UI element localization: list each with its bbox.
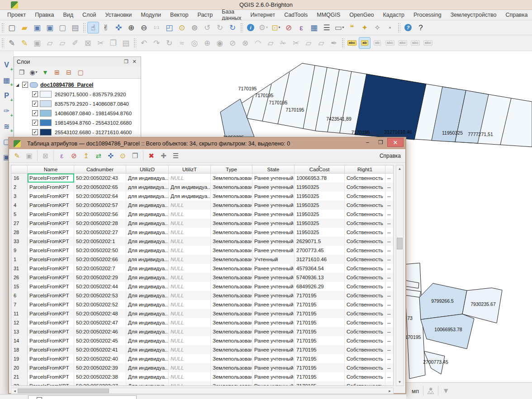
cell-x[interactable]: -- <box>385 291 394 300</box>
menu-item-6[interactable]: Модули <box>136 10 166 19</box>
cell-name[interactable]: ParcelsFromKPT <box>28 210 74 219</box>
close-button[interactable]: ✕ <box>387 138 404 147</box>
zoom-to-selected-icon[interactable]: ⊙ <box>117 150 128 161</box>
delete-column-icon[interactable]: ✖ <box>146 150 157 161</box>
new-project-icon[interactable]: ▢ <box>6 22 18 33</box>
row-number[interactable]: 9 <box>11 246 28 255</box>
copy-selected-rows-icon[interactable]: ❐ <box>129 150 141 161</box>
zoom-next-icon[interactable]: ↻ <box>214 22 226 33</box>
toolbar-grip[interactable] <box>342 38 344 48</box>
menu-item-16[interactable]: Землеустройство <box>446 10 501 19</box>
cell-cost[interactable]: 11950325 <box>294 183 345 192</box>
menu-item-10[interactable]: Интернет <box>246 10 280 19</box>
expand-all-icon[interactable]: ⊞ <box>52 67 62 77</box>
column-header-State[interactable]: State <box>252 165 294 173</box>
cell-x[interactable]: -- <box>385 210 394 219</box>
fill-ring-icon[interactable]: ◉ <box>214 37 226 49</box>
cell-ud[interactable]: Для индивидуа... <box>126 219 169 228</box>
cell-x[interactable]: -- <box>385 219 394 228</box>
measure-icon-dropdown[interactable]: ▾ <box>342 26 344 29</box>
add-mssql-layer-icon[interactable]: ≋+ <box>1 121 13 132</box>
cell-name[interactable]: ParcelsFromKPT <box>28 273 74 282</box>
cell-cost[interactable]: 7170195 <box>294 318 345 327</box>
cell-ty[interactable]: Землепользован... <box>211 192 252 201</box>
cell-ud[interactable]: Для индивидуа... <box>126 354 169 363</box>
horizontal-scrollbar[interactable]: ◂ ▸ <box>11 388 394 394</box>
cell-x[interactable]: -- <box>385 354 394 363</box>
cell-ut[interactable]: NULL <box>169 201 211 210</box>
cell-x[interactable]: -- <box>385 282 394 291</box>
row-number[interactable]: 11 <box>11 309 28 318</box>
class-checkbox[interactable]: ✓ <box>32 120 38 126</box>
cell-st[interactable]: Ранее учтенный <box>252 354 294 363</box>
row-number[interactable]: 4 <box>11 201 28 210</box>
cell-x[interactable]: -- <box>385 327 394 336</box>
vertical-scrollbar[interactable]: ▲ ▼ <box>396 165 404 386</box>
cell-r1[interactable]: Собственность <box>345 237 385 246</box>
horizontal-scroll-thumb[interactable] <box>18 389 109 393</box>
cell-cad[interactable]: 50:20:0050202:27 <box>74 228 126 237</box>
cell-ud[interactable]: Для индивидуа... <box>126 291 169 300</box>
cell-r1[interactable]: Собственность <box>345 282 385 291</box>
row-number[interactable]: 14 <box>11 336 28 345</box>
cell-ty[interactable]: Землепользован... <box>211 273 252 282</box>
move-feature-icon[interactable]: ▱ <box>57 37 68 49</box>
cell-st[interactable]: Ранее учтенный <box>252 273 294 282</box>
cell-x[interactable]: -- <box>385 363 394 372</box>
cell-ut[interactable]: Для индивидуа... <box>169 192 211 201</box>
cell-ut[interactable]: NULL <box>169 273 211 282</box>
cell-x[interactable]: -- <box>385 372 394 381</box>
select-features-icon[interactable]: ⊡▾ <box>270 22 282 33</box>
cell-ut[interactable]: NULL <box>169 336 211 345</box>
cell-cad[interactable]: 50:20:0050202:56 <box>74 210 126 219</box>
pan-map-icon[interactable]: ✌ <box>100 22 112 33</box>
cell-ty[interactable]: Землепользован... <box>211 183 252 192</box>
cell-name[interactable]: ParcelsFromKPT <box>28 192 74 201</box>
column-header-UtilizT[interactable]: UtilizT <box>169 165 211 173</box>
cell-name[interactable]: ParcelsFromKPT <box>28 363 74 372</box>
cell-x[interactable]: -- <box>385 228 394 237</box>
cell-ud[interactable]: для индивидуа... <box>126 183 169 192</box>
cell-ty[interactable]: Землепользован... <box>211 345 252 354</box>
rotate-feature-icon[interactable]: ↻ <box>163 37 175 49</box>
cell-cad[interactable]: 50:20:0050202:65 <box>74 183 126 192</box>
open-attribute-table-icon[interactable]: ▦ <box>308 22 320 33</box>
current-edits-icon[interactable]: ✎ <box>6 37 18 49</box>
cell-st[interactable]: Ранее учтенный <box>252 228 294 237</box>
class-checkbox[interactable]: ✓ <box>32 129 38 135</box>
merge-features-icon[interactable]: ▱ <box>303 37 314 49</box>
cell-st[interactable]: Ранее учтенный <box>252 282 294 291</box>
cell-ty[interactable]: Землепользован... <box>211 291 252 300</box>
cell-r1[interactable]: Собственность <box>345 192 385 201</box>
cell-cost[interactable]: 31271610.46 <box>294 255 345 264</box>
cell-ut[interactable]: NULL <box>169 309 211 318</box>
cell-ty[interactable]: Землепользован... <box>211 354 252 363</box>
cell-cost[interactable]: 4579364.54 <box>294 264 345 273</box>
cell-cost[interactable]: 7170195 <box>294 345 345 354</box>
cell-r1[interactable]: Собственность <box>345 345 385 354</box>
delete-ring-icon[interactable]: ⊘ <box>227 37 238 49</box>
cell-cad[interactable]: 50:20:0050202:43 <box>74 174 126 183</box>
cell-name[interactable]: ParcelsFromKPT <box>28 264 74 273</box>
refresh-icon[interactable]: ↻ <box>227 22 238 33</box>
cell-name[interactable]: ParcelsFromKPT <box>28 201 74 210</box>
cell-ty[interactable]: Землепользован... <box>211 201 252 210</box>
statistics-icon[interactable]: ☰ <box>321 22 332 33</box>
cell-r1[interactable]: Собственность <box>345 246 385 255</box>
copy-features-icon[interactable]: ❐ <box>107 37 119 49</box>
menu-item-12[interactable]: MMQGIS <box>312 10 345 19</box>
cell-r1[interactable]: Собственность <box>345 174 385 183</box>
cell-ud[interactable]: Для индивидуа... <box>126 174 169 183</box>
add-vector-layer-icon[interactable]: V+ <box>1 59 13 71</box>
cell-ud[interactable]: Для индивидуа... <box>126 381 169 386</box>
cell-ut[interactable]: NULL <box>169 372 211 381</box>
remove-layer-icon[interactable]: ▢ <box>75 67 86 77</box>
cell-ty[interactable]: Землепользован... <box>211 381 252 386</box>
new-composer-icon[interactable]: ▢ <box>57 22 68 33</box>
menu-item-11[interactable]: CadTools <box>280 10 312 19</box>
cell-r1[interactable]: Собственность <box>345 201 385 210</box>
cell-name[interactable]: ParcelsFromKPT <box>28 174 74 183</box>
cell-ty[interactable]: Землепользован... <box>211 300 252 309</box>
cell-name[interactable]: ParcelsFromKPT <box>28 345 74 354</box>
cell-st[interactable]: Ранее учтенный <box>252 309 294 318</box>
